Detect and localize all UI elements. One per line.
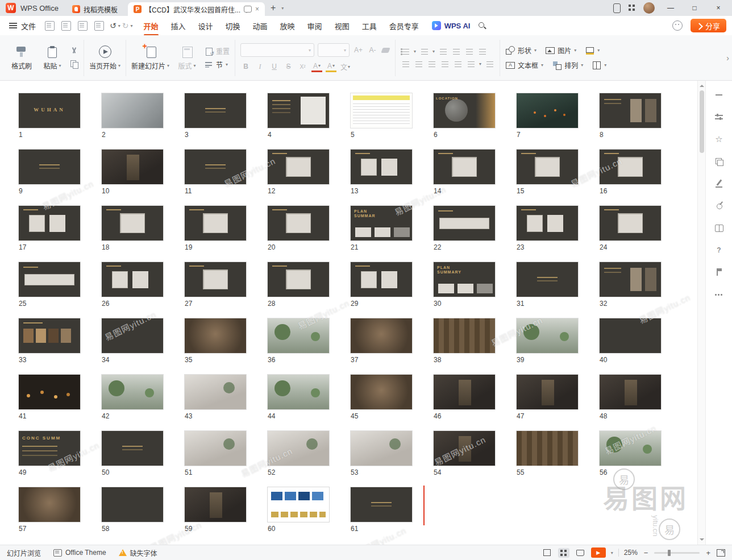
slide-thumbnail[interactable]: 35: [185, 318, 246, 375]
slide-thumbnail[interactable]: 54: [434, 431, 495, 487]
apps-grid-icon[interactable]: [629, 5, 635, 11]
slide-image[interactable]: [268, 206, 329, 240]
slide-image[interactable]: [268, 318, 329, 353]
ribbon-tab-9[interactable]: 工具: [356, 17, 383, 35]
slide-thumbnail[interactable]: 61: [351, 487, 412, 544]
slide-image[interactable]: [351, 262, 412, 297]
slide-image[interactable]: PLAN SUMMARY: [434, 262, 495, 297]
share-button[interactable]: 分享: [691, 19, 726, 32]
slideshow-play-button[interactable]: ▶: [591, 547, 606, 558]
slide-image[interactable]: [102, 262, 163, 297]
slide-thumbnail[interactable]: 2: [102, 93, 163, 150]
slide-image[interactable]: [102, 150, 163, 184]
section-button[interactable]: 节 ▾: [205, 60, 230, 69]
bold-button[interactable]: B: [240, 61, 251, 72]
help-icon[interactable]: [714, 245, 724, 255]
ribbon-expand-chevron-icon[interactable]: ›: [726, 53, 729, 63]
close-button[interactable]: ×: [710, 0, 726, 16]
slide-thumbnail[interactable]: 20: [268, 206, 329, 262]
slide-image[interactable]: [517, 375, 578, 409]
undo-button[interactable]: ↺: [110, 21, 117, 30]
toolbox-icon[interactable]: [714, 201, 724, 211]
vertical-scrollbar[interactable]: [697, 81, 705, 545]
slide-image[interactable]: [600, 150, 661, 184]
underline-button[interactable]: U: [269, 61, 280, 72]
line-spacing-icon[interactable]: [466, 60, 476, 68]
slide-thumbnail[interactable]: 7: [517, 93, 578, 150]
slide-sorter-view-button[interactable]: [558, 548, 569, 558]
ribbon-tab-2[interactable]: 插入: [165, 17, 192, 35]
arrange-button[interactable]: 排列 ▾: [552, 60, 583, 70]
mobile-sync-icon[interactable]: [613, 3, 621, 13]
italic-button[interactable]: I: [255, 61, 265, 72]
ribbon-tab-3[interactable]: 设计: [192, 17, 219, 35]
slide-image[interactable]: [600, 375, 661, 409]
increase-font-button[interactable]: A+: [353, 44, 364, 56]
slide-image[interactable]: [351, 431, 412, 466]
slide-thumbnail[interactable]: PLAN SUMMAR21: [351, 206, 412, 262]
office-theme-button[interactable]: Office Theme: [53, 549, 106, 557]
clear-format-icon[interactable]: [381, 47, 390, 54]
slide-thumbnail[interactable]: 42: [102, 375, 163, 431]
copy-icon[interactable]: [70, 60, 78, 68]
font-color-button[interactable]: A▾: [311, 61, 322, 72]
font-size-select[interactable]: ▾: [318, 43, 350, 57]
distribute-icon[interactable]: [453, 60, 463, 68]
slide-thumbnail[interactable]: 8: [600, 93, 661, 150]
redo-button[interactable]: ↻: [122, 21, 129, 30]
print-icon[interactable]: [78, 21, 88, 31]
ribbon-tab-7[interactable]: 审阅: [301, 17, 328, 35]
ribbon-tab-4[interactable]: 切换: [219, 17, 247, 35]
slide-thumbnail[interactable]: 15: [517, 150, 578, 206]
slide-thumbnail[interactable]: 59: [185, 487, 246, 544]
slide-image[interactable]: [600, 431, 661, 466]
slide-thumbnail[interactable]: 43: [185, 375, 246, 431]
collapse-icon[interactable]: [714, 90, 724, 100]
slide-image[interactable]: [600, 206, 661, 240]
slide-image[interactable]: [19, 150, 80, 184]
slide-thumbnail[interactable]: CONC SUMM49: [19, 431, 80, 487]
slide-image[interactable]: [102, 375, 163, 409]
align-center-icon[interactable]: [414, 60, 423, 68]
tab-list-caret-icon[interactable]: ▾: [281, 6, 284, 11]
doc-tab-docer[interactable]: 找稻壳模板: [66, 2, 123, 16]
slide-thumbnail[interactable]: 26: [102, 262, 163, 318]
slide-image[interactable]: [268, 150, 329, 184]
slide-thumbnail[interactable]: 40: [600, 318, 661, 375]
slide-image[interactable]: [19, 318, 80, 353]
zoom-percent[interactable]: 25%: [624, 549, 638, 557]
reset-button[interactable]: 重置: [205, 46, 230, 56]
duplicate-icon[interactable]: [714, 156, 724, 167]
missing-font-warning[interactable]: 缺失字体: [119, 548, 157, 558]
numbered-list-icon[interactable]: [419, 47, 429, 56]
slide-image[interactable]: [185, 375, 246, 409]
adjust-icon[interactable]: [714, 112, 724, 122]
signature-icon[interactable]: [714, 179, 724, 189]
slide-image[interactable]: [185, 487, 246, 522]
columns-icon[interactable]: [485, 60, 494, 68]
slide-image[interactable]: [185, 318, 246, 353]
slide-thumbnail[interactable]: 29: [351, 262, 412, 318]
slide-image[interactable]: [351, 93, 412, 128]
redo-caret-icon[interactable]: ▾: [131, 23, 133, 28]
slide-image[interactable]: [268, 487, 329, 522]
slide-image[interactable]: PLAN SUMMAR: [351, 206, 412, 240]
slide-thumbnail[interactable]: 41: [19, 375, 80, 431]
favorite-icon[interactable]: [714, 134, 724, 144]
slide-image[interactable]: [268, 93, 329, 128]
slide-thumbnail[interactable]: 5: [351, 93, 412, 150]
undo-caret-icon[interactable]: ▾: [118, 23, 120, 28]
slide-thumbnail[interactable]: 39: [517, 318, 578, 375]
slide-thumbnail[interactable]: 18: [102, 206, 163, 262]
file-menu-button[interactable]: 文件: [6, 20, 39, 31]
slide-thumbnail[interactable]: 24: [600, 206, 661, 262]
cut-icon[interactable]: [70, 47, 78, 56]
slide-thumbnail[interactable]: 23: [517, 206, 578, 262]
slide-image[interactable]: [517, 93, 578, 128]
slide-thumbnail[interactable]: 16: [600, 150, 661, 206]
slide-image[interactable]: [268, 431, 329, 466]
avatar[interactable]: [643, 2, 655, 14]
slide-thumbnail[interactable]: 47: [517, 375, 578, 431]
slide-image[interactable]: [517, 262, 578, 297]
slide-thumbnail[interactable]: 13: [351, 150, 412, 206]
